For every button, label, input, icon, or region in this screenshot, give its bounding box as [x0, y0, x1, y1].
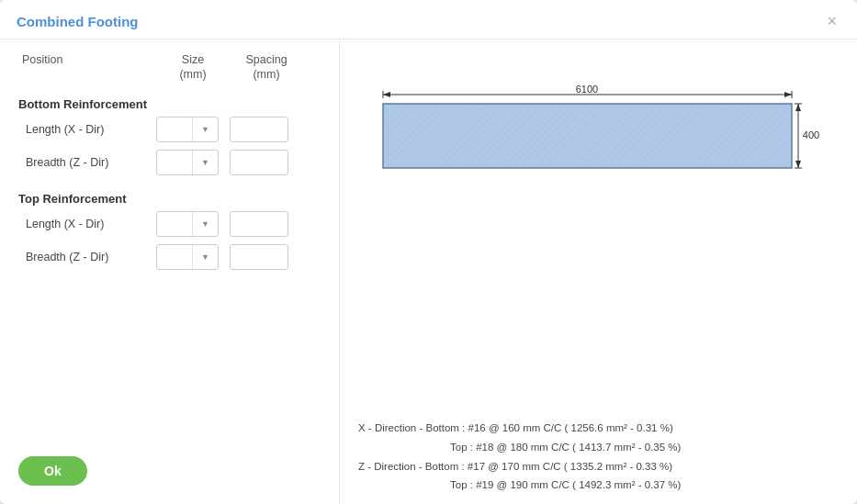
top-length-label: Length (X - Dir) [18, 218, 156, 230]
combined-footing-dialog: Combined Footing × Position Size (mm) Sp… [0, 0, 857, 504]
left-arrow [383, 92, 390, 97]
bottom-breadth-size-input[interactable]: 17 ▼ [156, 150, 219, 175]
note-4: Top : #19 @ 190 mm C/C ( 1492.3 mm² - 0.… [358, 476, 842, 495]
left-panel: Position Size (mm) Spacing (mm) Bottom R… [0, 39, 340, 504]
header-spacing: Spacing (mm) [230, 52, 303, 83]
top-length-row: Length (X - Dir) 18 ▼ 180 [18, 211, 321, 237]
bottom-length-size-value[interactable]: 16 [157, 118, 192, 141]
footing-svg: 6100 400 [374, 85, 824, 205]
top-length-size-value[interactable]: 18 [157, 212, 192, 236]
bottom-breadth-size-value[interactable]: 17 [157, 151, 192, 174]
dialog-title: Combined Footing [17, 14, 138, 29]
top-breadth-spacing-value[interactable]: 190 [230, 244, 288, 270]
bottom-breadth-row: Breadth (Z - Dir) 17 ▼ 170 [18, 150, 321, 175]
header-size: Size (mm) [156, 52, 230, 83]
top-breadth-row: Breadth (Z - Dir) 19 ▼ 190 [18, 244, 321, 270]
ok-button-container: Ok [18, 442, 321, 495]
top-breadth-size-input[interactable]: 19 ▼ [156, 244, 219, 270]
note-1: X - Direction - Bottom : #16 @ 160 mm C/… [358, 419, 842, 438]
dialog-body: Position Size (mm) Spacing (mm) Bottom R… [0, 39, 857, 504]
bottom-breadth-spacing-value[interactable]: 170 [230, 150, 288, 175]
bottom-length-label: Length (X - Dir) [18, 123, 156, 136]
bottom-reinforcement-title: Bottom Reinforcement [18, 97, 321, 111]
top-length-spacing-value[interactable]: 180 [230, 211, 288, 237]
top-harrow [795, 104, 801, 111]
dropdown-arrow-icon3: ▼ [201, 219, 209, 229]
dropdown-arrow-icon2: ▼ [201, 158, 209, 167]
note-3: Z - Direction - Bottom : #17 @ 170 mm C/… [358, 457, 842, 476]
dropdown-arrow-icon: ▼ [201, 125, 209, 134]
table-header: Position Size (mm) Spacing (mm) [18, 49, 321, 88]
footing-diagram: 6100 400 [355, 49, 842, 411]
width-label: 6100 [575, 85, 597, 95]
top-breadth-size-value[interactable]: 19 [157, 245, 192, 269]
bottom-length-spacing-value[interactable]: 160 [230, 117, 288, 142]
ok-button[interactable]: Ok [18, 456, 87, 486]
bottom-length-size-input[interactable]: 16 ▼ [156, 117, 219, 142]
bottom-length-row: Length (X - Dir) 16 ▼ 160 [18, 117, 321, 142]
top-breadth-label: Breadth (Z - Dir) [18, 251, 156, 263]
note-2: Top : #18 @ 180 mm C/C ( 1413.7 mm² - 0.… [358, 438, 842, 457]
dialog-header: Combined Footing × [0, 0, 857, 39]
header-position: Position [18, 52, 156, 83]
footing-notes: X - Direction - Bottom : #16 @ 160 mm C/… [355, 419, 842, 495]
dropdown-arrow-icon4: ▼ [201, 252, 209, 262]
top-reinforcement-title: Top Reinforcement [18, 192, 321, 206]
top-length-size-input[interactable]: 18 ▼ [156, 211, 219, 237]
right-arrow [784, 92, 792, 97]
right-panel: 6100 400 X - Direction - Bottom : #16 @ … [340, 39, 857, 504]
hatch-rect [383, 104, 792, 168]
bottom-harrow [795, 161, 801, 168]
close-button[interactable]: × [823, 11, 840, 31]
footing-svg-container: 6100 400 [374, 85, 824, 207]
height-label: 400 [802, 129, 818, 140]
bottom-breadth-label: Breadth (Z - Dir) [18, 156, 156, 169]
